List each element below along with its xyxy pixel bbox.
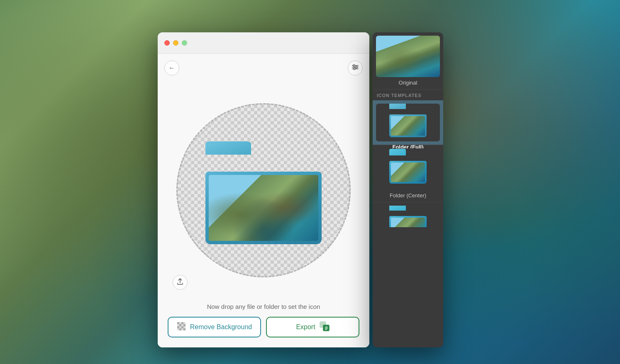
remove-background-label: Remove Background [190, 323, 252, 331]
mini-folder-center-image [391, 163, 425, 182]
maximize-button[interactable] [182, 40, 187, 46]
folder-preview [205, 153, 322, 244]
svg-rect-19 [179, 328, 181, 330]
svg-rect-17 [183, 326, 186, 328]
close-button[interactable] [164, 40, 170, 46]
upload-button[interactable] [173, 275, 188, 290]
svg-point-3 [353, 65, 355, 66]
svg-rect-9 [183, 322, 186, 324]
mini-folder-bottom-tab [389, 206, 406, 211]
remove-bg-icon [177, 322, 186, 332]
svg-rect-6 [177, 322, 179, 324]
mini-folder-full-image [391, 116, 425, 136]
back-button[interactable]: ← [164, 61, 179, 75]
mini-folder-bottom-body [389, 216, 427, 227]
export-label: Export [296, 323, 315, 331]
folder-tab [205, 141, 251, 155]
svg-point-5 [354, 68, 355, 70]
sidebar-item-folder-full[interactable]: Folder (Full) [373, 100, 443, 145]
svg-rect-13 [183, 324, 186, 326]
section-header: ICON TEMPLATES [373, 90, 443, 100]
mini-folder-center [389, 155, 427, 184]
folder-bottom-thumbnail [376, 206, 440, 227]
svg-rect-21 [183, 328, 186, 330]
mini-folder-bottom [389, 210, 427, 227]
svg-rect-16 [181, 326, 183, 328]
canvas-area[interactable] [164, 82, 363, 298]
svg-rect-18 [177, 328, 179, 330]
folder-image [209, 175, 318, 241]
sidebar-item-folder-bottom[interactable] [373, 202, 443, 227]
sidebar: Original ICON TEMPLATES Folder (Full) Fo… [373, 32, 443, 347]
folder-full-thumbnail [376, 104, 440, 141]
svg-rect-10 [177, 324, 179, 326]
back-icon: ← [168, 64, 175, 72]
upload-icon [176, 278, 184, 287]
app-window: ← [158, 32, 369, 347]
folder-center-thumbnail [376, 148, 440, 190]
drop-hint: Now drop any file or folder to set the i… [164, 303, 363, 310]
svg-rect-20 [181, 328, 183, 330]
export-icon [320, 321, 330, 333]
export-button[interactable]: Export [266, 317, 359, 337]
svg-rect-7 [179, 322, 181, 324]
minimize-button[interactable] [173, 40, 178, 46]
mini-folder-full-body [389, 114, 427, 137]
svg-rect-14 [177, 326, 179, 328]
settings-button[interactable] [348, 61, 363, 75]
sidebar-item-folder-center[interactable]: Folder (Center) [373, 145, 443, 202]
original-thumb-image [376, 36, 440, 77]
svg-rect-15 [179, 326, 181, 328]
traffic-lights [164, 40, 187, 46]
mini-folder-full [389, 108, 427, 137]
nav-bar: ← [164, 61, 363, 75]
original-thumbnail [376, 36, 440, 77]
original-label: Original [376, 80, 440, 86]
mini-folder-center-tab [389, 149, 406, 155]
svg-rect-12 [181, 324, 183, 326]
mini-folder-full-tab [389, 104, 406, 109]
svg-rect-11 [179, 324, 181, 326]
mini-folder-bottom-image [391, 218, 425, 227]
svg-point-4 [356, 66, 357, 68]
mini-folder-center-body [389, 161, 427, 184]
svg-rect-8 [181, 322, 183, 324]
folder-body [205, 172, 322, 244]
action-buttons: Remove Background Export [164, 317, 363, 341]
sidebar-item-original[interactable]: Original [373, 32, 443, 90]
preview-circle [176, 103, 351, 277]
settings-icon [351, 63, 359, 73]
titlebar [158, 32, 369, 54]
window-content: ← [158, 54, 369, 347]
folder-center-label: Folder (Center) [376, 192, 440, 199]
remove-background-button[interactable]: Remove Background [168, 317, 261, 337]
svg-rect-23 [323, 325, 329, 331]
